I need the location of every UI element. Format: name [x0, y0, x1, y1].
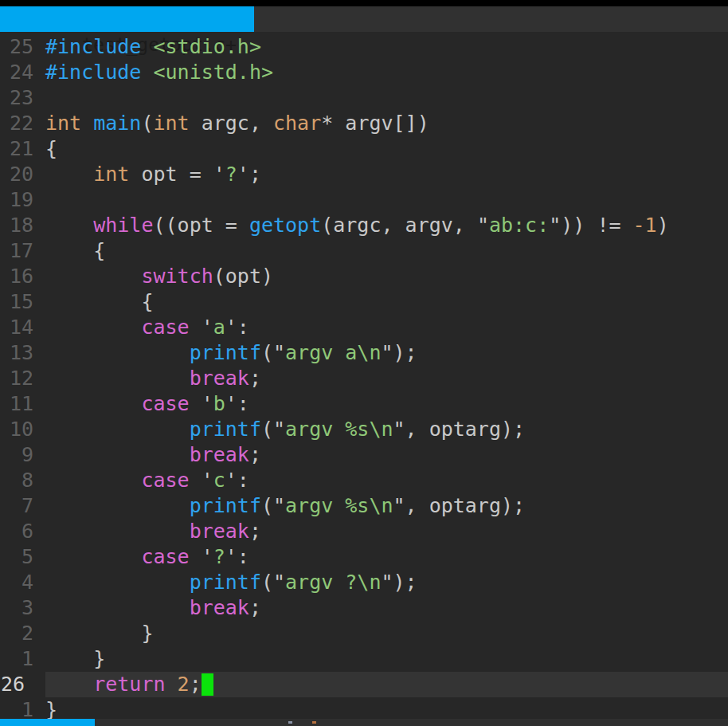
code-line[interactable]: 15 {	[0, 289, 728, 315]
code-text: {	[45, 238, 728, 264]
code-text: printf("argv %s\n", optarg);	[45, 493, 728, 519]
status-bar	[0, 719, 728, 726]
code-text: }	[45, 646, 728, 672]
status-mode-indicator	[0, 719, 95, 726]
code-line[interactable]: 14 case 'a':	[0, 315, 728, 340]
code-line[interactable]: 9 break;	[0, 442, 728, 468]
editor-window: test_getopt.c+ 25#include <stdio.h>24#in…	[0, 0, 728, 726]
code-line[interactable]: 2 }	[0, 621, 728, 646]
code-line[interactable]: 12 break;	[0, 366, 728, 391]
code-text: #include <unistd.h>	[45, 60, 728, 85]
status-text-fragment	[312, 721, 316, 724]
code-line[interactable]: 1 }	[0, 646, 728, 672]
line-number: 18	[0, 213, 45, 238]
code-text: #include <stdio.h>	[45, 34, 728, 60]
line-number: 23	[0, 85, 45, 111]
line-number: 13	[0, 340, 45, 366]
code-text: break;	[45, 519, 728, 544]
code-line[interactable]: 26 return 2;	[0, 672, 728, 697]
code-text: {	[45, 136, 728, 162]
line-number: 5	[0, 544, 45, 570]
code-text: int main(int argc, char* argv[])	[45, 111, 728, 136]
code-line[interactable]: 5 case '?':	[0, 544, 728, 570]
line-number: 10	[0, 417, 45, 442]
code-line[interactable]: 19	[0, 187, 728, 213]
code-text: case 'c':	[45, 468, 728, 493]
tab-bar: test_getopt.c+	[0, 6, 728, 32]
code-line[interactable]: 6 break;	[0, 519, 728, 544]
code-editor[interactable]: 25#include <stdio.h>24#include <unistd.h…	[0, 32, 728, 726]
code-text: break;	[45, 442, 728, 468]
code-text: case 'a':	[45, 315, 728, 340]
line-number: 1	[0, 646, 45, 672]
line-number: 7	[0, 493, 45, 519]
code-line[interactable]: 7 printf("argv %s\n", optarg);	[0, 493, 728, 519]
code-line[interactable]: 17 {	[0, 238, 728, 264]
code-text: case 'b':	[45, 391, 728, 417]
code-text	[45, 85, 728, 111]
window-top-strip	[0, 0, 728, 6]
code-text: printf("argv a\n");	[45, 340, 728, 366]
line-number: 19	[0, 187, 45, 213]
code-line[interactable]: 11 case 'b':	[0, 391, 728, 417]
line-number: 6	[0, 519, 45, 544]
code-text: int opt = '?';	[45, 162, 728, 187]
line-number: 24	[0, 60, 45, 85]
tab-test-getopt[interactable]: test_getopt.c+	[0, 6, 254, 32]
line-number: 14	[0, 315, 45, 340]
code-line[interactable]: 4 printf("argv ?\n");	[0, 570, 728, 595]
code-text: }	[45, 621, 728, 646]
code-text: switch(opt)	[45, 264, 728, 289]
line-number: 17	[0, 238, 45, 264]
code-text: while((opt = getopt(argc, argv, "ab:c:")…	[45, 213, 728, 238]
code-line[interactable]: 18 while((opt = getopt(argc, argv, "ab:c…	[0, 213, 728, 238]
line-number: 8	[0, 468, 45, 493]
line-number: 2	[0, 621, 45, 646]
line-number: 15	[0, 289, 45, 315]
code-line[interactable]: 21{	[0, 136, 728, 162]
code-text: {	[45, 289, 728, 315]
line-number: 9	[0, 442, 45, 468]
code-line[interactable]: 23	[0, 85, 728, 111]
line-number: 3	[0, 595, 45, 621]
code-line[interactable]: 20 int opt = '?';	[0, 162, 728, 187]
text-cursor	[202, 673, 213, 696]
code-line[interactable]: 8 case 'c':	[0, 468, 728, 493]
code-line[interactable]: 25#include <stdio.h>	[0, 34, 728, 60]
code-text: break;	[45, 366, 728, 391]
line-number: 4	[0, 570, 45, 595]
line-number: 22	[0, 111, 45, 136]
code-text: printf("argv ?\n");	[45, 570, 728, 595]
line-number: 26	[0, 672, 45, 697]
line-number: 16	[0, 264, 45, 289]
code-line[interactable]: 16 switch(opt)	[0, 264, 728, 289]
line-number: 12	[0, 366, 45, 391]
code-text: break;	[45, 595, 728, 621]
code-line[interactable]: 3 break;	[0, 595, 728, 621]
code-text	[45, 187, 728, 213]
code-line[interactable]: 10 printf("argv %s\n", optarg);	[0, 417, 728, 442]
code-text: case '?':	[45, 544, 728, 570]
code-text: printf("argv %s\n", optarg);	[45, 417, 728, 442]
status-text-fragment	[288, 721, 292, 724]
code-text: return 2;	[45, 672, 728, 697]
line-number: 21	[0, 136, 45, 162]
line-number: 25	[0, 34, 45, 60]
line-number: 20	[0, 162, 45, 187]
line-number: 11	[0, 391, 45, 417]
code-line[interactable]: 24#include <unistd.h>	[0, 60, 728, 85]
code-line[interactable]: 13 printf("argv a\n");	[0, 340, 728, 366]
code-line[interactable]: 22int main(int argc, char* argv[])	[0, 111, 728, 136]
